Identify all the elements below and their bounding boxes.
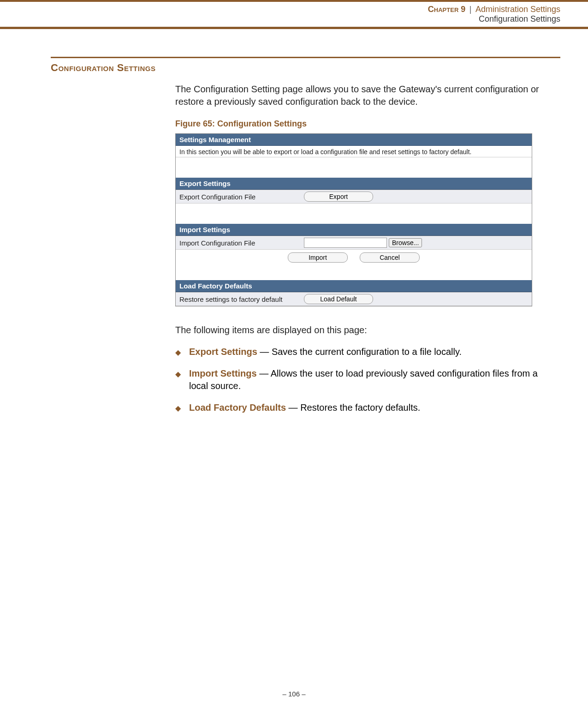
bullet-text: — Restores the factory defaults. (286, 402, 420, 413)
chapter-label: Chapter 9 (428, 5, 465, 14)
import-file-input[interactable] (304, 238, 387, 248)
page-header: Chapter 9 | Administration Settings Conf… (0, 2, 588, 29)
section-rule (51, 57, 560, 58)
header-separator: | (469, 5, 472, 14)
cancel-button[interactable]: Cancel (360, 252, 420, 263)
bullet-label: Load Factory Defaults (189, 402, 286, 413)
page-number: – 106 – (282, 690, 305, 698)
intro-paragraph: The Configuration Setting page allows yo… (175, 83, 553, 108)
export-header: Export Settings (176, 178, 532, 190)
export-button[interactable]: Export (304, 192, 373, 202)
page-footer: – 106 – (0, 690, 588, 698)
factory-label: Restore settings to factory default (179, 295, 304, 303)
header-title: Administration Settings (475, 5, 560, 14)
settings-mgmt-header: Settings Management (176, 134, 532, 146)
import-row: Import Configuration File Browse... (176, 236, 532, 250)
load-default-button[interactable]: Load Default (304, 294, 373, 304)
export-row: Export Configuration File Export (176, 190, 532, 204)
config-screenshot: Settings Management In this section you … (175, 133, 532, 306)
section-heading: Configuration Settings (51, 62, 560, 74)
diamond-bullet-icon: ◆ (175, 348, 181, 358)
bullet-list: ◆ Export Settings — Saves the current co… (175, 346, 553, 414)
factory-header: Load Factory Defaults (176, 280, 532, 292)
diamond-bullet-icon: ◆ (175, 403, 181, 413)
list-item: ◆ Export Settings — Saves the current co… (175, 346, 553, 358)
settings-mgmt-desc: In this section you will be able to expo… (176, 146, 532, 157)
import-header: Import Settings (176, 224, 532, 236)
header-subtitle: Configuration Settings (9, 14, 560, 24)
export-label: Export Configuration File (179, 193, 304, 201)
list-item: ◆ Import Settings — Allows the user to l… (175, 367, 553, 392)
bullet-text: — Saves the current configuration to a f… (257, 347, 462, 357)
factory-row: Restore settings to factory default Load… (176, 292, 532, 306)
import-button[interactable]: Import (288, 252, 348, 263)
diamond-bullet-icon: ◆ (175, 369, 181, 379)
items-intro: The following items are displayed on thi… (175, 325, 553, 336)
bullet-label: Export Settings (189, 347, 257, 357)
import-label: Import Configuration File (179, 239, 304, 247)
bullet-label: Import Settings (189, 368, 257, 378)
import-button-row: Import Cancel (176, 250, 532, 266)
list-item: ◆ Load Factory Defaults — Restores the f… (175, 401, 553, 414)
figure-caption: Figure 65: Configuration Settings (175, 119, 553, 129)
browse-button[interactable]: Browse... (389, 238, 422, 247)
